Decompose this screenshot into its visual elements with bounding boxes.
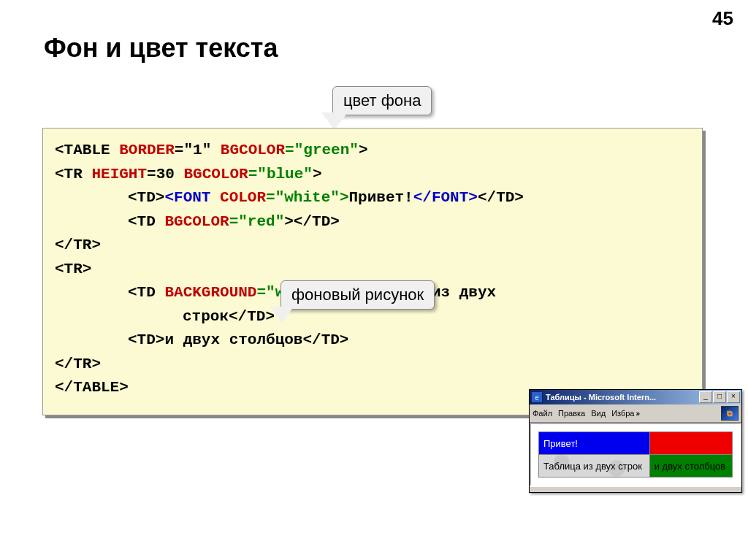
statusbar	[530, 486, 741, 492]
code-box: <TABLE BORDER="1" BGCOLOR="green"> <TR H…	[42, 128, 703, 415]
code-text: >	[359, 142, 368, 158]
code-text: </TD>	[229, 308, 275, 325]
code-text: строк	[183, 308, 229, 325]
menu-file[interactable]: Файл	[533, 409, 552, 418]
code-attr: BORDER	[119, 142, 175, 158]
code-line-3: <TD><FONT COLOR="white">Привет!</FONT></…	[55, 186, 690, 210]
code-text: Привет!	[348, 189, 413, 206]
code-val: ="green"	[285, 142, 359, 158]
code-text: <TR	[55, 166, 91, 183]
callout-background: фоновый рисунок	[280, 280, 435, 310]
menu-view[interactable]: Вид	[591, 409, 606, 418]
callout-bgcolor: цвет фона	[332, 86, 432, 115]
menu-edit[interactable]: Правка	[558, 409, 585, 418]
window-title: Таблицы - Microsoft Intern...	[546, 393, 698, 402]
code-attr: BGCOLOR	[164, 213, 229, 230]
code-text: ></TD>	[284, 213, 340, 230]
table-row: Привет!	[539, 432, 733, 455]
code-text: <TD	[128, 213, 164, 230]
code-line-6: <TR>	[55, 258, 690, 282]
callout-background-tail	[270, 307, 294, 323]
code-line-5: </TR>	[55, 234, 690, 258]
code-text: <TD>	[128, 189, 164, 206]
menubar: Файл Правка Вид Избра» ⧉	[530, 404, 741, 423]
table-row: Таблица из двух строк и двух столбцов	[539, 455, 733, 477]
code-text: и двух столбцов	[164, 331, 302, 348]
preview-table: Привет! Таблица из двух строк и двух сто…	[538, 431, 733, 477]
code-attr: BGCOLOR	[183, 166, 248, 183]
code-text: <TD	[128, 284, 164, 301]
code-text: =30	[147, 166, 183, 183]
code-attr: BGCOLOR	[221, 142, 285, 158]
page-number: 45	[712, 7, 733, 30]
code-text: ="1"	[175, 142, 221, 158]
code-val: ="blue"	[248, 166, 313, 183]
close-button[interactable]: ×	[727, 391, 740, 403]
code-line-4: <TD BGCOLOR="red"></TD>	[55, 210, 690, 234]
code-line-8: <TD>и двух столбцов</TD>	[55, 329, 690, 353]
code-attr: HEIGHT	[91, 166, 147, 183]
code-attr: BACKGROUND	[164, 284, 256, 301]
menu-favorites[interactable]: Избра»	[611, 409, 640, 418]
code-line-2: <TR HEIGHT=30 BGCOLOR="blue">	[55, 163, 690, 187]
titlebar: e Таблицы - Microsoft Intern... _ □ ×	[530, 390, 741, 404]
ie-logo-icon: ⧉	[721, 406, 739, 421]
page-title: Фон и цвет текста	[44, 33, 278, 64]
code-attr: COLOR	[220, 189, 266, 206]
chevron-icon: »	[636, 410, 641, 418]
code-tag: <FONT	[164, 189, 220, 206]
code-text: </TD>	[302, 331, 348, 348]
cell-web-bg: Таблица из двух строк	[539, 455, 650, 477]
code-text: </TD>	[478, 189, 524, 206]
maximize-button[interactable]: □	[713, 391, 726, 403]
code-line-1: <TABLE BORDER="1" BGCOLOR="green">	[55, 139, 690, 163]
cell-red	[649, 432, 732, 455]
cell-blue: Привет!	[539, 432, 650, 455]
code-text: <TABLE	[55, 142, 119, 158]
code-val: ="white">	[266, 189, 348, 206]
ie-icon: e	[531, 391, 543, 403]
minimize-button[interactable]: _	[699, 391, 712, 403]
browser-preview-window: e Таблицы - Microsoft Intern... _ □ × Фа…	[529, 389, 742, 493]
cell-green: и двух столбцов	[649, 455, 732, 477]
code-text: >	[313, 166, 322, 183]
browser-client-area: Привет! Таблица из двух строк и двух сто…	[530, 423, 741, 486]
code-val: ="red"	[229, 213, 285, 230]
code-text: <TD>	[128, 331, 164, 348]
code-line-9: </TR>	[55, 353, 690, 377]
code-tag: </FONT>	[413, 189, 478, 206]
